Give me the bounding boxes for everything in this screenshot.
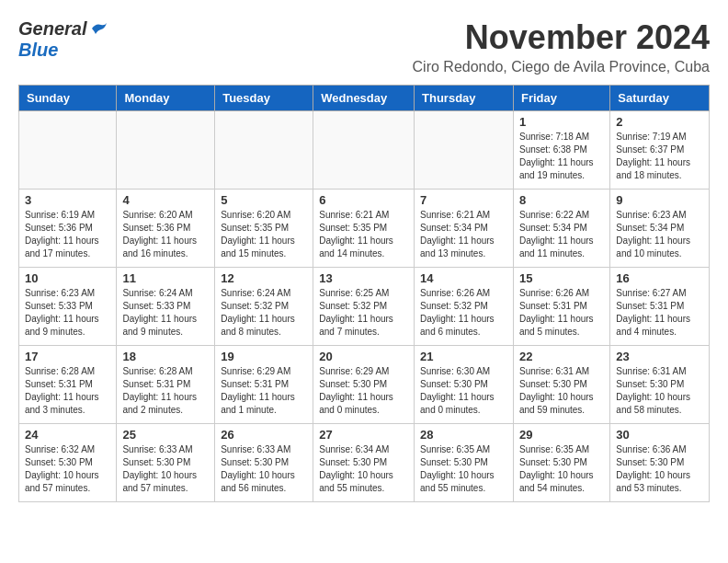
calendar-cell: 16Sunrise: 6:27 AMSunset: 5:31 PMDayligh… bbox=[610, 268, 710, 346]
logo-blue: Blue bbox=[18, 40, 58, 60]
day-info: Sunrise: 7:18 AMSunset: 6:38 PMDaylight:… bbox=[519, 131, 604, 182]
month-title: November 2024 bbox=[413, 18, 710, 57]
day-number: 8 bbox=[519, 193, 604, 207]
day-number: 24 bbox=[25, 428, 110, 442]
calendar-cell: 30Sunrise: 6:36 AMSunset: 5:30 PMDayligh… bbox=[610, 424, 710, 502]
day-info: Sunrise: 6:21 AMSunset: 5:34 PMDaylight:… bbox=[420, 209, 507, 260]
day-number: 11 bbox=[122, 271, 209, 285]
day-info: Sunrise: 6:22 AMSunset: 5:34 PMDaylight:… bbox=[519, 209, 604, 260]
day-info: Sunrise: 6:20 AMSunset: 5:35 PMDaylight:… bbox=[221, 209, 307, 260]
calendar-day-header: Tuesday bbox=[215, 86, 313, 111]
calendar-cell: 26Sunrise: 6:33 AMSunset: 5:30 PMDayligh… bbox=[215, 424, 313, 502]
logo-general: General bbox=[18, 18, 86, 40]
day-number: 30 bbox=[616, 428, 703, 442]
calendar-day-header: Saturday bbox=[610, 86, 710, 111]
day-info: Sunrise: 6:35 AMSunset: 5:30 PMDaylight:… bbox=[519, 443, 604, 495]
day-number: 6 bbox=[319, 193, 408, 207]
day-number: 25 bbox=[122, 428, 209, 442]
calendar-cell bbox=[19, 111, 117, 190]
calendar-cell: 20Sunrise: 6:29 AMSunset: 5:30 PMDayligh… bbox=[313, 346, 415, 424]
day-info: Sunrise: 6:33 AMSunset: 5:30 PMDaylight:… bbox=[122, 443, 209, 495]
title-area: November 2024 Ciro Redondo, Ciego de Avi… bbox=[413, 18, 710, 75]
calendar-day-header: Monday bbox=[117, 86, 215, 111]
day-number: 20 bbox=[319, 350, 408, 363]
day-info: Sunrise: 6:25 AMSunset: 5:32 PMDaylight:… bbox=[319, 287, 408, 339]
calendar-cell: 13Sunrise: 6:25 AMSunset: 5:32 PMDayligh… bbox=[313, 268, 415, 346]
day-info: Sunrise: 6:31 AMSunset: 5:30 PMDaylight:… bbox=[616, 365, 703, 417]
day-number: 12 bbox=[221, 271, 307, 285]
logo: General Blue bbox=[18, 18, 108, 61]
day-number: 27 bbox=[319, 428, 408, 442]
calendar-header-row: SundayMondayTuesdayWednesdayThursdayFrid… bbox=[19, 86, 710, 111]
day-info: Sunrise: 6:24 AMSunset: 5:33 PMDaylight:… bbox=[122, 287, 209, 339]
calendar-cell: 23Sunrise: 6:31 AMSunset: 5:30 PMDayligh… bbox=[610, 346, 710, 424]
calendar-cell bbox=[313, 111, 415, 190]
day-number: 9 bbox=[616, 193, 703, 207]
calendar-week-row: 1Sunrise: 7:18 AMSunset: 6:38 PMDaylight… bbox=[19, 111, 710, 190]
day-info: Sunrise: 6:28 AMSunset: 5:31 PMDaylight:… bbox=[25, 365, 110, 417]
day-number: 22 bbox=[519, 350, 604, 363]
day-number: 2 bbox=[616, 115, 703, 129]
calendar-week-row: 17Sunrise: 6:28 AMSunset: 5:31 PMDayligh… bbox=[19, 346, 710, 424]
day-info: Sunrise: 6:23 AMSunset: 5:34 PMDaylight:… bbox=[616, 209, 703, 260]
day-number: 21 bbox=[420, 350, 507, 363]
day-number: 19 bbox=[221, 350, 307, 363]
day-number: 7 bbox=[420, 193, 507, 207]
day-number: 26 bbox=[221, 428, 307, 442]
day-number: 5 bbox=[221, 193, 307, 207]
calendar-cell: 7Sunrise: 6:21 AMSunset: 5:34 PMDaylight… bbox=[415, 190, 514, 268]
day-number: 18 bbox=[122, 350, 209, 363]
calendar-cell: 10Sunrise: 6:23 AMSunset: 5:33 PMDayligh… bbox=[19, 268, 117, 346]
calendar-cell: 8Sunrise: 6:22 AMSunset: 5:34 PMDaylight… bbox=[513, 190, 609, 268]
calendar-table: SundayMondayTuesdayWednesdayThursdayFrid… bbox=[18, 85, 710, 502]
calendar-cell: 22Sunrise: 6:31 AMSunset: 5:30 PMDayligh… bbox=[513, 346, 609, 424]
day-number: 13 bbox=[319, 271, 408, 285]
day-info: Sunrise: 6:20 AMSunset: 5:36 PMDaylight:… bbox=[122, 209, 209, 260]
calendar-day-header: Thursday bbox=[415, 86, 514, 111]
calendar-cell: 2Sunrise: 7:19 AMSunset: 6:37 PMDaylight… bbox=[610, 111, 710, 190]
calendar-cell: 11Sunrise: 6:24 AMSunset: 5:33 PMDayligh… bbox=[117, 268, 215, 346]
calendar-cell: 6Sunrise: 6:21 AMSunset: 5:35 PMDaylight… bbox=[313, 190, 415, 268]
day-info: Sunrise: 6:28 AMSunset: 5:31 PMDaylight:… bbox=[122, 365, 209, 417]
day-number: 1 bbox=[519, 115, 604, 129]
calendar-cell: 18Sunrise: 6:28 AMSunset: 5:31 PMDayligh… bbox=[117, 346, 215, 424]
day-info: Sunrise: 6:29 AMSunset: 5:30 PMDaylight:… bbox=[319, 365, 408, 417]
day-info: Sunrise: 6:30 AMSunset: 5:30 PMDaylight:… bbox=[420, 365, 507, 417]
day-info: Sunrise: 6:36 AMSunset: 5:30 PMDaylight:… bbox=[616, 443, 703, 495]
day-info: Sunrise: 6:21 AMSunset: 5:35 PMDaylight:… bbox=[319, 209, 408, 260]
day-info: Sunrise: 6:32 AMSunset: 5:30 PMDaylight:… bbox=[25, 443, 110, 495]
calendar-cell: 25Sunrise: 6:33 AMSunset: 5:30 PMDayligh… bbox=[117, 424, 215, 502]
location-subtitle: Ciro Redondo, Ciego de Avila Province, C… bbox=[413, 59, 710, 75]
day-number: 4 bbox=[122, 193, 209, 207]
calendar-cell bbox=[415, 111, 514, 190]
calendar-cell: 29Sunrise: 6:35 AMSunset: 5:30 PMDayligh… bbox=[513, 424, 609, 502]
calendar-cell: 9Sunrise: 6:23 AMSunset: 5:34 PMDaylight… bbox=[610, 190, 710, 268]
page-header: General Blue November 2024 Ciro Redondo,… bbox=[18, 18, 710, 75]
calendar-week-row: 10Sunrise: 6:23 AMSunset: 5:33 PMDayligh… bbox=[19, 268, 710, 346]
calendar-cell: 5Sunrise: 6:20 AMSunset: 5:35 PMDaylight… bbox=[215, 190, 313, 268]
day-info: Sunrise: 6:19 AMSunset: 5:36 PMDaylight:… bbox=[25, 209, 110, 260]
day-info: Sunrise: 7:19 AMSunset: 6:37 PMDaylight:… bbox=[616, 131, 703, 182]
calendar-cell: 15Sunrise: 6:26 AMSunset: 5:31 PMDayligh… bbox=[513, 268, 609, 346]
calendar-cell: 28Sunrise: 6:35 AMSunset: 5:30 PMDayligh… bbox=[415, 424, 514, 502]
calendar-day-header: Wednesday bbox=[313, 86, 415, 111]
day-info: Sunrise: 6:31 AMSunset: 5:30 PMDaylight:… bbox=[519, 365, 604, 417]
calendar-week-row: 24Sunrise: 6:32 AMSunset: 5:30 PMDayligh… bbox=[19, 424, 710, 502]
day-number: 3 bbox=[25, 193, 110, 207]
calendar-cell: 14Sunrise: 6:26 AMSunset: 5:32 PMDayligh… bbox=[415, 268, 514, 346]
day-info: Sunrise: 6:23 AMSunset: 5:33 PMDaylight:… bbox=[25, 287, 110, 339]
calendar-week-row: 3Sunrise: 6:19 AMSunset: 5:36 PMDaylight… bbox=[19, 190, 710, 268]
day-info: Sunrise: 6:24 AMSunset: 5:32 PMDaylight:… bbox=[221, 287, 307, 339]
day-info: Sunrise: 6:26 AMSunset: 5:32 PMDaylight:… bbox=[420, 287, 507, 339]
calendar-cell: 3Sunrise: 6:19 AMSunset: 5:36 PMDaylight… bbox=[19, 190, 117, 268]
day-number: 28 bbox=[420, 428, 507, 442]
day-number: 17 bbox=[25, 350, 110, 363]
day-info: Sunrise: 6:35 AMSunset: 5:30 PMDaylight:… bbox=[420, 443, 507, 495]
day-info: Sunrise: 6:33 AMSunset: 5:30 PMDaylight:… bbox=[221, 443, 307, 495]
day-info: Sunrise: 6:29 AMSunset: 5:31 PMDaylight:… bbox=[221, 365, 307, 417]
calendar-cell: 19Sunrise: 6:29 AMSunset: 5:31 PMDayligh… bbox=[215, 346, 313, 424]
day-number: 15 bbox=[519, 271, 604, 285]
calendar-day-header: Friday bbox=[513, 86, 609, 111]
calendar-cell: 17Sunrise: 6:28 AMSunset: 5:31 PMDayligh… bbox=[19, 346, 117, 424]
day-info: Sunrise: 6:26 AMSunset: 5:31 PMDaylight:… bbox=[519, 287, 604, 339]
